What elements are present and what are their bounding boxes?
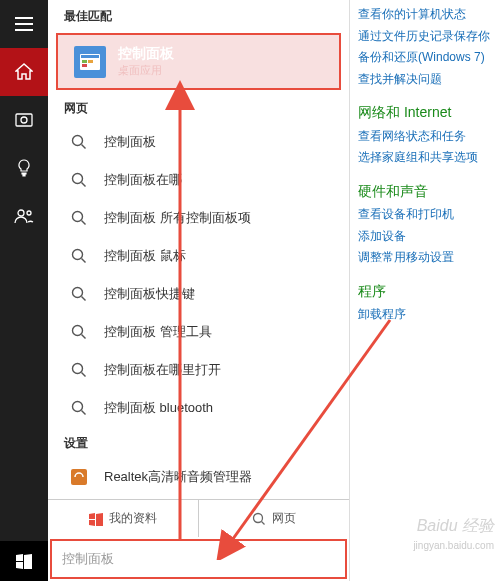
svg-rect-7 — [88, 60, 93, 63]
search-input[interactable]: 控制面板 — [50, 539, 347, 579]
side-link[interactable]: 查看设备和打印机 — [358, 204, 492, 226]
home-icon[interactable] — [0, 48, 48, 96]
svg-point-9 — [73, 136, 83, 146]
search-panel: 最佳匹配 控制面板 桌面应用 网页 控制面板控制面板在哪控制面板 所有控制面板项… — [48, 0, 350, 581]
search-icon — [252, 512, 266, 526]
side-link[interactable]: 备份和还原(Windows 7) — [358, 47, 492, 69]
svg-point-2 — [18, 210, 24, 216]
section-settings: 设置 — [48, 427, 349, 458]
svg-rect-8 — [82, 64, 87, 67]
people-icon[interactable] — [0, 192, 48, 240]
side-link[interactable]: 添加设备 — [358, 226, 492, 248]
svg-point-15 — [73, 364, 83, 374]
svg-rect-17 — [71, 469, 87, 485]
tab-profile[interactable]: 我的资料 — [48, 500, 199, 537]
svg-rect-0 — [16, 114, 32, 126]
svg-point-13 — [73, 288, 83, 298]
camera-icon[interactable] — [0, 96, 48, 144]
best-match-subtitle: 桌面应用 — [118, 63, 174, 78]
best-match-result[interactable]: 控制面板 桌面应用 — [56, 33, 341, 90]
category-hardware[interactable]: 硬件和声音 — [358, 179, 492, 204]
side-link[interactable]: 查看网络状态和任务 — [358, 126, 492, 148]
bottom-tabs: 我的资料 网页 — [48, 499, 349, 537]
control-panel-icon — [74, 46, 106, 78]
side-link[interactable]: 选择家庭组和共享选项 — [358, 147, 492, 169]
svg-point-16 — [73, 402, 83, 412]
section-web: 网页 — [48, 92, 349, 123]
hamburger-icon[interactable] — [0, 0, 48, 48]
search-icon — [68, 245, 90, 267]
web-result[interactable]: 控制面板快捷键 — [48, 275, 349, 313]
watermark-url: jingyan.baidu.com — [413, 540, 494, 551]
svg-rect-6 — [82, 60, 87, 63]
best-match-title: 控制面板 — [118, 45, 174, 63]
web-result[interactable]: 控制面板 所有控制面板项 — [48, 199, 349, 237]
svg-point-14 — [73, 326, 83, 336]
windows-start-icon[interactable] — [0, 541, 48, 581]
watermark: Baidu 经验 — [417, 516, 494, 537]
nav-rail — [0, 0, 48, 581]
svg-point-11 — [73, 212, 83, 222]
search-icon — [68, 397, 90, 419]
web-result[interactable]: 控制面板在哪里打开 — [48, 351, 349, 389]
search-icon — [68, 207, 90, 229]
side-link[interactable]: 卸载程序 — [358, 304, 492, 326]
web-result[interactable]: 控制面板 — [48, 123, 349, 161]
side-link[interactable]: 查找并解决问题 — [358, 69, 492, 91]
search-icon — [68, 359, 90, 381]
category-programs[interactable]: 程序 — [358, 279, 492, 304]
svg-rect-5 — [81, 55, 99, 58]
search-icon — [68, 131, 90, 153]
control-panel-categories: 查看你的计算机状态 通过文件历史记录保存你 备份和还原(Windows 7) 查… — [350, 0, 500, 581]
realtek-icon — [68, 466, 90, 488]
web-result[interactable]: 控制面板 鼠标 — [48, 237, 349, 275]
web-result[interactable]: 控制面板 管理工具 — [48, 313, 349, 351]
windows-icon — [89, 512, 103, 526]
svg-point-20 — [254, 513, 263, 522]
category-network[interactable]: 网络和 Internet — [358, 100, 492, 125]
search-icon — [68, 169, 90, 191]
search-icon — [68, 283, 90, 305]
side-link[interactable]: 调整常用移动设置 — [358, 247, 492, 269]
search-icon — [68, 321, 90, 343]
web-result[interactable]: 控制面板 bluetooth — [48, 389, 349, 427]
svg-point-12 — [73, 250, 83, 260]
web-result[interactable]: 控制面板在哪 — [48, 161, 349, 199]
lightbulb-icon[interactable] — [0, 144, 48, 192]
side-link[interactable]: 查看你的计算机状态 — [358, 4, 492, 26]
settings-result[interactable]: Realtek高清晰音频管理器 — [48, 458, 349, 496]
side-link[interactable]: 通过文件历史记录保存你 — [358, 26, 492, 48]
svg-point-3 — [27, 211, 31, 215]
svg-point-1 — [21, 117, 27, 123]
section-best-match: 最佳匹配 — [48, 0, 349, 31]
svg-point-10 — [73, 174, 83, 184]
tab-web[interactable]: 网页 — [199, 500, 349, 537]
